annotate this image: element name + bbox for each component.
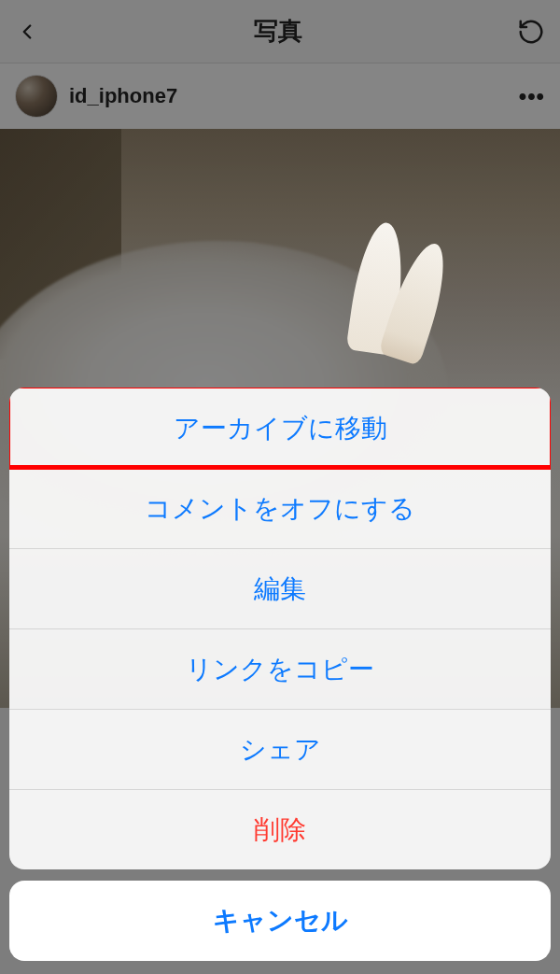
action-sheet-group: アーカイブに移動 コメントをオフにする 編集 リンクをコピー シェア 削除 — [9, 388, 551, 869]
action-delete[interactable]: 削除 — [9, 789, 551, 869]
action-copy-link[interactable]: リンクをコピー — [9, 628, 551, 709]
cancel-button[interactable]: キャンセル — [9, 881, 551, 961]
action-archive[interactable]: アーカイブに移動 — [9, 388, 551, 468]
action-edit[interactable]: 編集 — [9, 548, 551, 628]
action-share[interactable]: シェア — [9, 709, 551, 789]
action-comments-off[interactable]: コメントをオフにする — [9, 468, 551, 548]
action-sheet: アーカイブに移動 コメントをオフにする 編集 リンクをコピー シェア 削除 キャ… — [9, 388, 551, 961]
